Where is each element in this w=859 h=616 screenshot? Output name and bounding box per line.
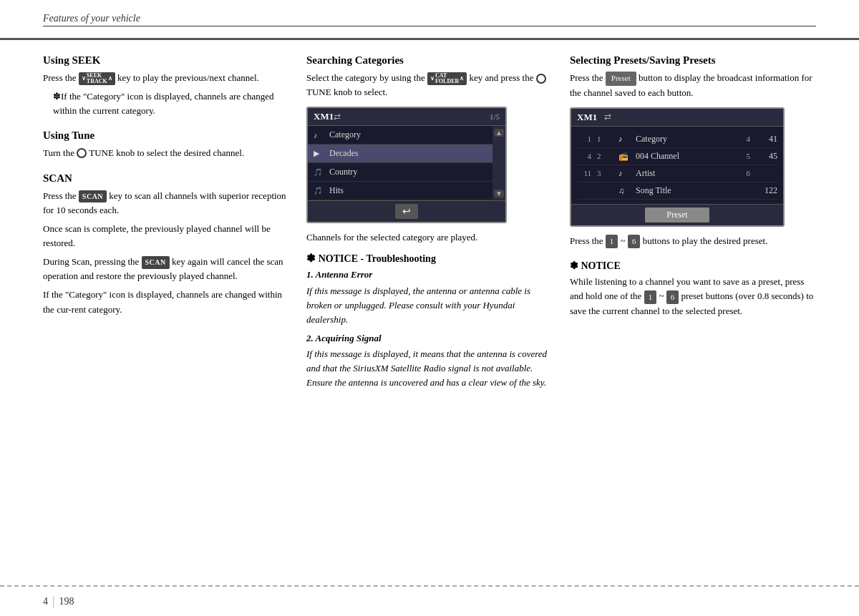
preset-label-3: Artist [636,168,730,179]
notice-item2-body: If this message is displayed, it means t… [306,347,553,390]
xm-item-decades: ▶ Decades [308,145,492,163]
scan-title: SCAN [43,172,289,185]
seek-track-badge: ∨ SEEKTRACK ∧ [79,72,115,85]
notice-title: ✽ NOTICE - Troubleshooting [306,252,553,265]
preset-ch-3: 3 [597,169,613,177]
xm-item-country: 🎵 Country [308,163,492,182]
notice-troubleshooting: ✽ NOTICE - Troubleshooting 1. Antenna Er… [306,252,553,390]
preset-val-2: 45 [756,151,777,162]
xm-screen-header: XM1 ⇄ 1/5 [308,108,505,126]
preset-val-4: 122 [756,185,777,196]
xm-item-label-hits: Hits [329,185,344,196]
notice-title-text: NOTICE - Troubleshooting [319,253,436,264]
preset-row-1: 1 1 ♪ Category 4 41 [577,131,777,148]
preset-icon-3: ♪ [618,169,630,177]
preset-val-1: 41 [756,134,777,145]
footer-page-sub: 198 [59,596,74,607]
column-2: Searching Categories Select the category… [306,54,570,571]
notice-item1-heading: 1. Antenna Error [306,268,553,282]
header-title: Features of your vehicle [43,13,140,24]
xm-item-label-country: Country [329,167,357,177]
xm-item-hits: 🎵 Hits [308,182,492,200]
tune-text: Turn the [43,147,74,158]
scroll-up-arrow[interactable]: ▲ [494,129,504,137]
xm-footer: ↩ [308,200,505,222]
scan-paragraph2: Once scan is complete, the previously pl… [43,222,289,250]
notice-2: ✽ NOTICE While listening to a channel yo… [570,260,816,318]
notice-item2-heading: 2. Acquiring Signal [306,331,553,346]
notice2-btn1[interactable]: 1 [644,290,657,304]
page-container: Features of your vehicle Using SEEK Pres… [0,0,859,616]
presets-title: Selecting Presets/Saving Presets [570,54,816,67]
xm-preset-antenna: ⇄ [604,112,611,122]
seek-text-pre: Press the [43,72,77,83]
preset-num-2r: 5 [736,152,750,160]
footer-page-num: 4 [43,596,48,607]
xm-list-wrapper: ♪ Category ▶ Decades 🎵 Country 🎵 [308,126,505,200]
scroll-down-arrow[interactable]: ▼ [494,190,504,197]
back-button[interactable]: ↩ [395,204,418,219]
scan-badge2: SCAN [142,256,170,269]
notice2-tilde: ~ [659,290,664,301]
scan-paragraph1: Press the SCAN key to scan all channels … [43,189,289,217]
notice2-body: While listening to a channel you want to… [570,275,816,318]
preset-ch-2: 2 [597,152,613,160]
column-1: Using SEEK Press the ∨ SEEKTRACK ∧ key t… [43,54,306,571]
notice2-btn2[interactable]: 6 [666,290,679,304]
country-icon: 🎵 [314,168,325,176]
page-footer: 4 | 198 [0,585,859,616]
scan-pre: Press the [43,190,77,201]
decades-icon: ▶ [314,149,325,158]
scan-paragraph3: During Scan, pressing the SCAN key again… [43,255,289,283]
preset-ch-1: 1 [597,135,613,143]
play-btn2[interactable]: 6 [628,235,641,248]
preset-num-3: 11 [577,169,591,177]
xm-title: XM1 [314,111,334,122]
cat-text-post: TUNE knob to select. [306,87,387,97]
seek-title: Using SEEK [43,54,289,67]
presets-paragraph: Press the Preset button to display the b… [570,71,816,100]
xm-item-category: ♪ Category [308,126,492,145]
cat-text-pre: Select the category by using the [306,72,425,83]
hits-icon: 🎵 [314,187,325,195]
xm-scrollbar: ▲ ▼ [492,126,505,200]
preset-num-2: 4 [577,152,591,160]
play-btn1[interactable]: 1 [606,235,618,248]
notice-item1-body: If this message is displayed, the antenn… [306,284,553,327]
preset-icon-2: 📻 [618,152,630,161]
preset-button[interactable]: Preset [645,207,709,223]
tune-icon [77,148,87,158]
presets-text-pre: Press the [570,72,603,83]
page-header: Features of your vehicle [0,0,859,40]
notice2-title: ✽ NOTICE [570,260,816,272]
preset-badge: Preset [606,72,636,85]
xm-item-label-category: Category [329,129,361,140]
play-paragraph: Press the 1 ~ 6 buttons to play the desi… [570,234,816,249]
xm-item-label-decades: Decades [329,148,359,159]
xm-preset-header: XM1 ⇄ [571,109,783,127]
preset-num-3r: 6 [736,169,750,177]
xm-page-indicator: 1/5 [490,112,500,121]
preset-num-1: 1 [577,135,591,143]
preset-num-1r: 4 [736,135,750,143]
tune-text2: TUNE knob to select the desired channel. [89,147,244,158]
xm-category-screen: XM1 ⇄ 1/5 ♪ Category ▶ Decades [306,107,507,223]
preset-label-1: Category [636,134,730,145]
category-icon: ♪ [314,131,325,140]
cat-text-mid: key and press the [470,72,534,83]
cat-title: Searching Categories [306,54,553,67]
seek-text-post: key to play the previous/next channel. [117,72,259,83]
tune-title: Using Tune [43,129,289,142]
column-3: Selecting Presets/Saving Presets Press t… [570,54,816,571]
scan-paragraph4: If the "Category" icon is displayed, cha… [43,288,289,316]
preset-btn-row: Preset [571,204,783,225]
preset-row-4: ♫ Song Title 122 [577,182,777,200]
preset-label-4: Song Title [636,185,730,196]
preset-icon-1: ♪ [618,135,630,143]
scan-badge: SCAN [79,190,107,203]
preset-grid: 1 1 ♪ Category 4 41 4 2 📻 004 Channel 5 [571,127,783,204]
preset-icon-4: ♫ [618,186,630,195]
preset-row-3: 11 3 ♪ Artist 6 [577,165,777,182]
xm-preset-title: XM1 [577,112,597,123]
seek-note: ✽If the "Category" icon is displayed, ch… [53,89,289,118]
